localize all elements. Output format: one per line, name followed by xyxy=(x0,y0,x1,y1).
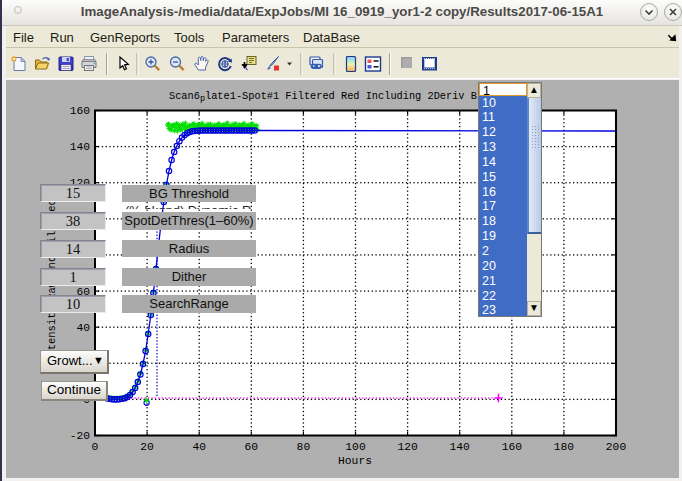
svg-text:120: 120 xyxy=(397,441,418,453)
svg-text:100: 100 xyxy=(345,441,366,453)
svg-text:140: 140 xyxy=(70,141,91,153)
svg-text:40: 40 xyxy=(192,441,206,453)
svg-text:60: 60 xyxy=(245,441,259,453)
svg-text:Hours: Hours xyxy=(338,455,372,467)
svg-text:140: 140 xyxy=(450,441,471,453)
svg-text:0: 0 xyxy=(92,441,99,453)
svg-text:20: 20 xyxy=(140,441,154,453)
svg-text:200: 200 xyxy=(606,441,627,453)
svg-text:180: 180 xyxy=(554,441,575,453)
svg-text:-20: -20 xyxy=(70,430,91,442)
svg-text:160: 160 xyxy=(70,105,91,117)
svg-text:80: 80 xyxy=(297,441,311,453)
svg-text:40: 40 xyxy=(76,322,90,334)
svg-text:160: 160 xyxy=(502,441,523,453)
